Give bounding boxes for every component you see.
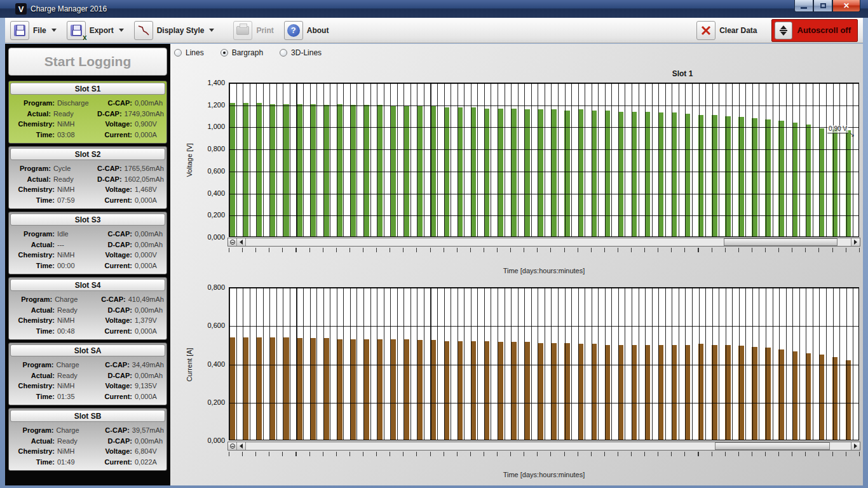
start-logging-button[interactable]: Start Logging: [8, 48, 167, 76]
maximize-button[interactable]: [813, 0, 832, 12]
y-tick-label: 0,800: [197, 283, 225, 291]
close-button[interactable]: ✕: [832, 0, 860, 12]
slot-panel-slot-s1[interactable]: Slot S1Program:DischargeC-CAP:0,00mAhAct…: [8, 81, 167, 144]
current-label: Current:: [94, 457, 132, 468]
actual-value: Ready: [51, 109, 87, 119]
scroll-right-icon[interactable]: [851, 238, 860, 246]
radio-circle-icon[interactable]: [220, 49, 228, 57]
slot-row: Time:03:08Current:0,000A: [10, 130, 164, 140]
voltage-value: 6,804V: [132, 446, 157, 457]
program-label: Program:: [10, 360, 53, 370]
slot-row: Program:ChargeC-CAP:34,49mAh: [10, 360, 164, 370]
chart1-x-ticks: [229, 248, 860, 252]
radio-3d-lines[interactable]: 3D-Lines: [280, 48, 322, 57]
chemistry-label: Chemistry:: [10, 315, 55, 326]
slot-body: Program:ChargeC-CAP:410,49mAhActual:Read…: [9, 292, 166, 339]
slot-row: Actual:ReadyD-CAP:0,00mAh: [10, 305, 164, 316]
scrollbar-thumb[interactable]: [715, 442, 830, 450]
slot-header[interactable]: Slot S2: [10, 148, 165, 160]
voltage-label: Voltage:: [94, 119, 132, 130]
zoom-out-icon[interactable]: [228, 238, 237, 246]
actual-value: Ready: [51, 174, 87, 185]
chart1-scrollbar[interactable]: [227, 238, 860, 247]
dcap-value: 1602,05mAh: [122, 174, 164, 185]
slot-row: Time:07:59Current:0,000A: [10, 195, 164, 206]
scroll-left-icon[interactable]: [237, 442, 246, 450]
slot-header[interactable]: Slot SA: [10, 344, 165, 356]
dcap-label: D-CAP:: [87, 174, 122, 185]
chemistry-value: NiMH: [55, 119, 94, 130]
slot-row: Chemistry:NiMHVoltage:0,000V: [10, 250, 164, 261]
voltage-cursor-annotation: 0,90 V↘: [827, 125, 848, 133]
dcap-label: D-CAP:: [94, 370, 132, 381]
autoscroll-button[interactable]: Autoscroll off: [771, 19, 858, 42]
slot-panel-slot-s4[interactable]: Slot S4Program:ChargeC-CAP:410,49mAhActu…: [8, 277, 167, 340]
slot-panel-slot-sa[interactable]: Slot SAProgram:ChargeC-CAP:34,49mAhActua…: [8, 342, 167, 405]
gridlines-horizontal: [229, 83, 858, 236]
ccap-label: C-CAP:: [92, 360, 130, 370]
chart2-x-ticks: [229, 452, 860, 456]
arrow-icon: ↘: [850, 131, 855, 138]
scrollbar-thumb[interactable]: [724, 238, 837, 246]
actual-label: Actual:: [10, 305, 55, 316]
print-button: Print: [233, 21, 273, 40]
current-label: Current:: [94, 261, 132, 271]
radio-circle-icon[interactable]: [174, 49, 182, 57]
chemistry-value: NiMH: [55, 315, 94, 326]
minimize-button[interactable]: [794, 0, 813, 12]
y-tick-label: 0,200: [197, 398, 225, 406]
program-label: Program:: [10, 229, 55, 240]
ccap-label: C-CAP:: [87, 163, 122, 174]
slot-header[interactable]: Slot S3: [10, 214, 165, 226]
scrollbar-track[interactable]: [246, 442, 851, 450]
dcap-value: 1749,30mAh: [122, 109, 164, 119]
display-style-button[interactable]: Display Style: [134, 21, 215, 40]
slot-header[interactable]: Slot S4: [10, 279, 165, 291]
scrollbar-track[interactable]: [246, 238, 851, 246]
slot-row: Actual:ReadyD-CAP:0,00mAh: [10, 436, 164, 447]
y-tick-label: 1,000: [197, 123, 225, 130]
current-value: 0,000A: [132, 326, 157, 337]
scroll-right-icon[interactable]: [851, 442, 860, 450]
actual-value: Ready: [55, 305, 94, 316]
chart1-y-axis-label: Voltage [V]: [186, 125, 193, 195]
clear-data-button[interactable]: Clear Data: [696, 21, 757, 40]
slot-panel-slot-sb[interactable]: Slot SBProgram:ChargeC-CAP:39,57mAhActua…: [8, 408, 167, 471]
slot-panel-slot-s2[interactable]: Slot S2Program:CycleC-CAP:1765,56mAhActu…: [8, 146, 167, 209]
scroll-left-icon[interactable]: [237, 238, 246, 246]
chemistry-label: Chemistry:: [10, 119, 55, 130]
slot-panel-slot-s3[interactable]: Slot S3Program:IdleC-CAP:0,00mAhActual:-…: [8, 212, 167, 274]
time-value: 00:00: [55, 261, 94, 271]
slot-row: Chemistry:NiMHVoltage:1,468V: [10, 184, 164, 195]
dcap-label: D-CAP:: [87, 109, 122, 119]
radio-label: Lines: [186, 48, 204, 57]
chart2-y-axis-label: Current [A]: [186, 330, 193, 400]
slot-header[interactable]: Slot S1: [10, 83, 165, 95]
chart-area: LinesBargraph3D-Lines Slot 1 Voltage [V]…: [170, 44, 863, 485]
zoom-out-icon[interactable]: [228, 442, 237, 450]
slot-row: Time:01:35Current:0,000A: [10, 391, 164, 402]
display-mode-radios: LinesBargraph3D-Lines: [174, 48, 322, 57]
program-label: Program:: [10, 98, 55, 109]
ccap-value: 410,49mAh: [126, 294, 164, 305]
current-label: Current:: [94, 391, 132, 402]
radio-circle-icon[interactable]: [280, 49, 287, 57]
time-value: 07:59: [55, 195, 94, 206]
chemistry-label: Chemistry:: [10, 184, 55, 195]
file-button[interactable]: File: [10, 21, 57, 40]
about-button[interactable]: ? About: [284, 21, 329, 40]
voltage-value: 9,135V: [132, 381, 157, 391]
slot-row: Time:00:48Current:0,000A: [10, 326, 164, 337]
slot-row: Time:01:49Current:0,022A: [10, 457, 164, 468]
ccap-value: 1765,56mAh: [122, 163, 164, 174]
radio-bargraph[interactable]: Bargraph: [220, 48, 263, 57]
voltage-label: Voltage:: [94, 184, 132, 195]
program-value: Charge: [52, 294, 90, 305]
slot-header[interactable]: Slot SB: [10, 410, 165, 422]
export-button[interactable]: x Export: [67, 21, 124, 40]
slot-row: Program:DischargeC-CAP:0,00mAh: [10, 98, 164, 109]
y-tick-label: 1,400: [197, 79, 225, 86]
chart2-scrollbar[interactable]: [227, 442, 860, 451]
program-label: Program:: [10, 294, 52, 305]
radio-lines[interactable]: Lines: [174, 48, 204, 57]
